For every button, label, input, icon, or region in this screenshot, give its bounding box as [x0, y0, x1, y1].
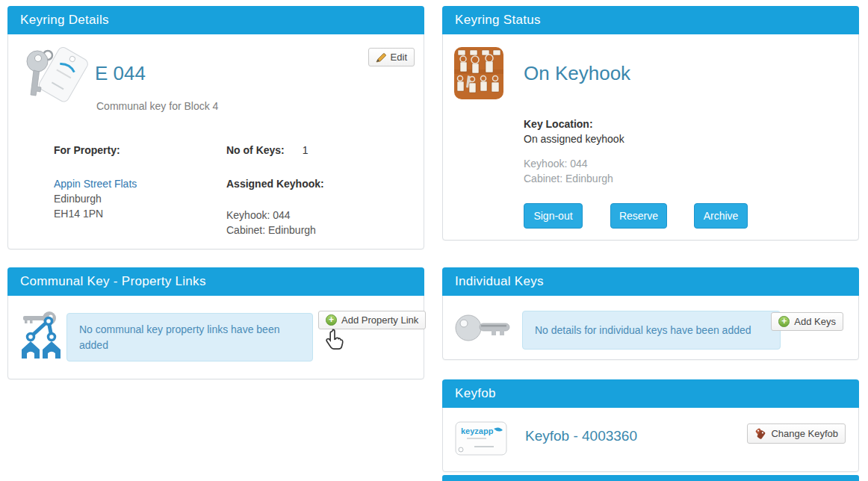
no-of-keys-label: No of Keys:	[226, 144, 285, 156]
no-of-keys-value: 1	[303, 144, 309, 156]
property-postcode: EH14 1PN	[54, 206, 218, 221]
swap-fob-icon	[754, 428, 766, 440]
keyhook-details-column: No of Keys: 1 Assigned Keyhook: Keyhook:…	[226, 143, 406, 238]
right-column: Keyring Status	[442, 6, 859, 481]
key-with-fob-icon	[22, 44, 96, 110]
add-keys-label: Add Keys	[794, 316, 836, 327]
key-icon	[453, 310, 512, 346]
change-keyfob-label: Change Keyfob	[771, 428, 838, 439]
panel-title: Keyring Details	[20, 13, 109, 28]
change-keyfob-button[interactable]: Change Keyfob	[747, 423, 846, 444]
key-location-value: On assigned keyhook	[524, 131, 624, 146]
panel-title: Individual Keys	[455, 274, 544, 289]
add-property-link-button[interactable]: + Add Property Link	[318, 311, 426, 329]
property-details-column: For Property: Appin Street Flats Edinbur…	[54, 143, 218, 221]
panel-property-links: Communal Key - Property Links No	[7, 267, 424, 379]
keyfob-label: Keyfob - 4003360	[525, 428, 637, 444]
mouse-cursor-pointer	[324, 328, 345, 353]
reserve-button[interactable]: Reserve	[610, 203, 667, 229]
sign-out-button[interactable]: Sign-out	[524, 203, 583, 229]
panel-keyring-details: Keyring Details E 044	[7, 6, 424, 249]
panel-keyring-details-header: Keyring Details	[7, 6, 424, 34]
keyring-name: E 044	[95, 62, 146, 85]
keyhook-line: Keyhook: 044	[226, 208, 406, 223]
edit-button-label: Edit	[391, 52, 407, 63]
left-column: Keyring Details E 044	[7, 6, 424, 379]
pencil-icon	[376, 52, 386, 63]
keyring-page: Keyring Details E 044	[0, 0, 868, 481]
empty-property-links-message: No communal key property links have been…	[66, 313, 313, 361]
cabinet-line: Cabinet: Edinburgh	[524, 171, 613, 186]
spacer	[54, 158, 218, 176]
next-panel-header-partial	[442, 475, 859, 481]
panel-keyring-status: Keyring Status	[442, 6, 859, 241]
plus-icon: +	[326, 314, 337, 326]
add-property-link-label: Add Property Link	[341, 314, 418, 326]
keyhook-info-block: Keyhook: 044 Cabinet: Edinburgh	[524, 156, 613, 186]
panel-title: Keyring Status	[455, 13, 541, 28]
panel-keyfob: Keyfob keyzapp Keyfob - 4003360	[442, 379, 859, 472]
keyhook-cabinet-photo	[454, 47, 503, 99]
keyfob-brand-text: keyzapp	[461, 426, 494, 435]
keyring-description: Communal key for Block 4	[96, 100, 218, 112]
communal-key-links-icon	[20, 310, 62, 359]
panel-title: Communal Key - Property Links	[20, 274, 206, 289]
panel-individual-keys: Individual Keys No details for individua…	[442, 267, 859, 360]
key-location-label: Key Location:	[524, 117, 624, 131]
assigned-keyhook-label: Assigned Keyhook:	[226, 176, 406, 191]
property-link[interactable]: Appin Street Flats	[54, 178, 137, 190]
keyfob-card-image: keyzapp	[455, 421, 507, 456]
panel-property-links-header: Communal Key - Property Links	[7, 267, 424, 296]
panel-keyring-status-header: Keyring Status	[442, 6, 859, 34]
edit-button[interactable]: Edit	[368, 48, 415, 66]
key-location-block: Key Location: On assigned keyhook	[524, 117, 624, 146]
panel-keyfob-header: Keyfob	[442, 379, 859, 408]
plus-icon: +	[778, 316, 790, 327]
panel-individual-keys-header: Individual Keys	[442, 267, 859, 296]
cabinet-line: Cabinet: Edinburgh	[226, 223, 406, 238]
keyring-photo	[22, 44, 96, 110]
status-heading: On Keyhook	[524, 62, 630, 85]
spacer	[226, 191, 406, 208]
for-property-label: For Property:	[54, 143, 218, 158]
panel-title: Keyfob	[455, 386, 496, 401]
archive-button[interactable]: Archive	[694, 203, 748, 229]
keyhook-line: Keyhook: 044	[524, 156, 613, 171]
property-city: Edinburgh	[54, 191, 218, 206]
add-keys-button[interactable]: + Add Keys	[771, 312, 843, 331]
empty-individual-keys-message: No details for individual keys have been…	[522, 311, 781, 350]
spacer	[226, 158, 406, 176]
